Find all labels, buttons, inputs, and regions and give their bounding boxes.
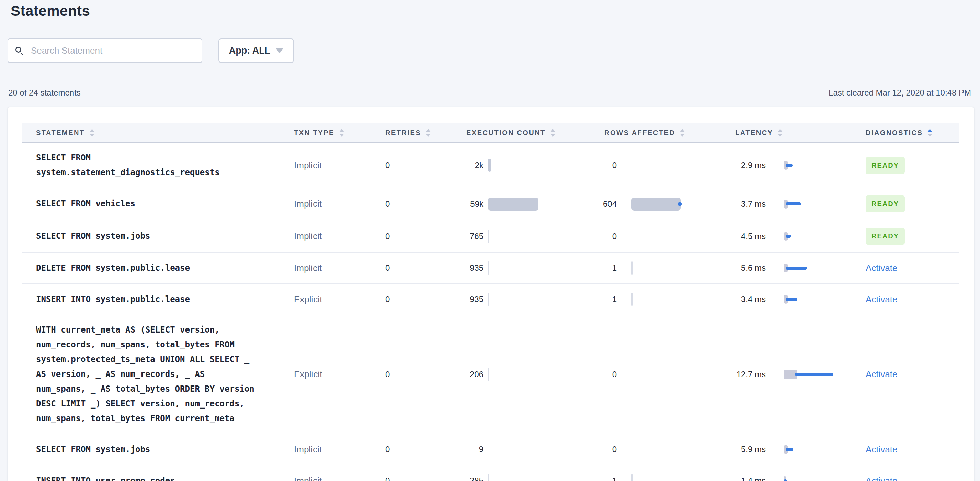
latency-bar — [784, 232, 791, 241]
statement-text: WITH current_meta AS (SELECT version, — [36, 323, 268, 338]
column-header-retries[interactable]: RETRIES — [378, 129, 464, 137]
activate-diagnostics-link[interactable]: Activate — [865, 476, 897, 481]
statement-cell[interactable]: INSERT INTO user_promo_codes — [22, 473, 288, 481]
table-row: SELECT FROMsystem.statement_diagnostics_… — [22, 143, 959, 188]
diagnostics-cell: Activate — [843, 476, 959, 481]
rows-affected-cell: 0 — [569, 441, 735, 457]
latency-cell: 4.5 ms — [735, 232, 843, 241]
activate-diagnostics-link[interactable]: Activate — [865, 444, 897, 455]
statement-cell[interactable]: DELETE FROM system.public.lease — [22, 261, 288, 276]
column-header-diag[interactable]: DIAGNOSTICS — [843, 129, 959, 137]
activate-diagnostics-link[interactable]: Activate — [865, 294, 897, 305]
latency-bar — [784, 161, 792, 170]
column-label: ROWS AFFECTED — [605, 129, 675, 137]
retries-cell: 0 — [378, 161, 464, 170]
statement-text: system.statement_diagnostics_requests — [36, 165, 268, 180]
table-row: INSERT INTO user_promo_codesImplicit0285… — [22, 465, 959, 481]
column-header-stmt[interactable]: STATEMENT — [22, 129, 288, 137]
chevron-down-icon — [276, 48, 283, 53]
column-label: EXECUTION COUNT — [466, 129, 546, 137]
latency-bar — [784, 295, 797, 304]
statements-table: STATEMENTTXN TYPERETRIESEXECUTION COUNTR… — [22, 123, 959, 481]
txn-type-cell: Implicit — [288, 263, 378, 274]
diagnostics-cell: READY — [843, 157, 959, 174]
app-filter-dropdown[interactable]: App: ALL — [218, 38, 294, 63]
rows-affected-bar — [632, 474, 633, 481]
execution-count-cell: 59k — [464, 196, 569, 212]
execution-count-bar — [488, 474, 488, 481]
diagnostics-ready-badge: READY — [865, 157, 905, 174]
statement-text: num_records, num_spans, total_bytes FROM — [36, 338, 268, 352]
sort-arrows-icon[interactable] — [778, 129, 783, 137]
execution-count-bar — [488, 368, 488, 381]
statement-count: 20 of 24 statements — [8, 88, 81, 97]
statement-text: SELECT FROM vehicles — [36, 196, 268, 211]
statement-text: DELETE FROM system.public.lease — [36, 261, 268, 276]
statement-text: DESC LIMIT _) SELECT version, num_record… — [36, 397, 268, 411]
latency-cell: 5.9 ms — [735, 444, 843, 454]
column-header-rows[interactable]: ROWS AFFECTED — [569, 129, 735, 137]
statement-cell[interactable]: WITH current_meta AS (SELECT version,num… — [22, 323, 288, 426]
sort-arrows-icon[interactable] — [426, 129, 431, 137]
table-body: SELECT FROMsystem.statement_diagnostics_… — [22, 143, 959, 481]
column-header-txn[interactable]: TXN TYPE — [288, 129, 378, 137]
latency-bar — [784, 200, 801, 209]
sort-arrows-icon[interactable] — [680, 129, 685, 137]
diagnostics-cell: READY — [843, 228, 959, 245]
execution-count-bar — [488, 197, 538, 210]
last-cleared: Last cleared Mar 12, 2020 at 10:48 PM — [829, 88, 971, 97]
search-box[interactable] — [8, 38, 202, 63]
rows-affected-cell: 604 — [569, 196, 735, 212]
execution-count-bar — [488, 293, 489, 306]
retries-cell: 0 — [378, 199, 464, 209]
execution-count-cell: 2k — [464, 158, 569, 173]
execution-count-cell: 765 — [464, 228, 569, 244]
table-row: SELECT FROM vehiclesImplicit059k6043.7 m… — [22, 188, 959, 220]
sort-arrows-icon[interactable] — [550, 129, 555, 137]
sort-arrows-icon[interactable] — [90, 129, 94, 137]
retries-cell: 0 — [378, 295, 464, 304]
statement-cell[interactable]: SELECT FROM system.jobs — [22, 442, 288, 457]
statements-panel: STATEMENTTXN TYPERETRIESEXECUTION COUNTR… — [8, 107, 974, 481]
statement-cell[interactable]: INSERT INTO system.public.lease — [22, 292, 288, 307]
statement-text: system.protected_ts_meta UNION ALL SELEC… — [36, 352, 268, 367]
activate-diagnostics-link[interactable]: Activate — [865, 369, 897, 380]
page-title: Statements — [11, 3, 90, 19]
latency-cell: 1.4 ms — [735, 476, 843, 481]
app-filter-value: App: ALL — [229, 45, 270, 56]
rows-affected-cell: 0 — [569, 158, 735, 173]
table-row: DELETE FROM system.public.leaseImplicit0… — [22, 253, 959, 284]
statement-text: INSERT INTO system.public.lease — [36, 292, 268, 307]
diagnostics-cell: Activate — [843, 369, 959, 380]
latency-cell: 2.9 ms — [735, 161, 843, 170]
column-header-exec[interactable]: EXECUTION COUNT — [464, 129, 569, 137]
statement-cell[interactable]: SELECT FROM vehicles — [22, 196, 288, 211]
column-label: STATEMENT — [36, 129, 85, 137]
search-input[interactable] — [31, 45, 195, 56]
txn-type-cell: Explicit — [288, 294, 378, 305]
execution-count-cell: 9 — [464, 441, 569, 457]
column-header-lat[interactable]: LATENCY — [735, 129, 843, 137]
latency-bar — [784, 476, 787, 481]
latency-bar — [784, 263, 807, 272]
sort-arrows-icon[interactable] — [339, 129, 344, 137]
statement-text: SELECT FROM system.jobs — [36, 442, 268, 457]
sort-arrows-icon[interactable] — [928, 129, 932, 137]
statement-text: AS version, _ AS num_records, _ AS — [36, 367, 268, 382]
table-row: SELECT FROM system.jobsImplicit076504.5 … — [22, 220, 959, 253]
diagnostics-ready-badge: READY — [865, 228, 905, 245]
activate-diagnostics-link[interactable]: Activate — [865, 263, 897, 274]
execution-count-bar — [488, 261, 489, 274]
rows-affected-cell: 1 — [569, 473, 735, 481]
latency-cell: 3.7 ms — [735, 199, 843, 209]
diagnostics-cell: READY — [843, 196, 959, 212]
column-label: LATENCY — [735, 129, 773, 137]
rows-affected-cell: 1 — [569, 260, 735, 276]
diagnostics-ready-badge: READY — [865, 196, 905, 212]
table-row: SELECT FROM system.jobsImplicit0905.9 ms… — [22, 434, 959, 465]
statement-cell[interactable]: SELECT FROMsystem.statement_diagnostics_… — [22, 150, 288, 180]
statement-cell[interactable]: SELECT FROM system.jobs — [22, 229, 288, 244]
latency-cell: 12.7 ms — [735, 370, 843, 379]
latency-bar — [784, 445, 793, 454]
txn-type-cell: Implicit — [288, 160, 378, 171]
